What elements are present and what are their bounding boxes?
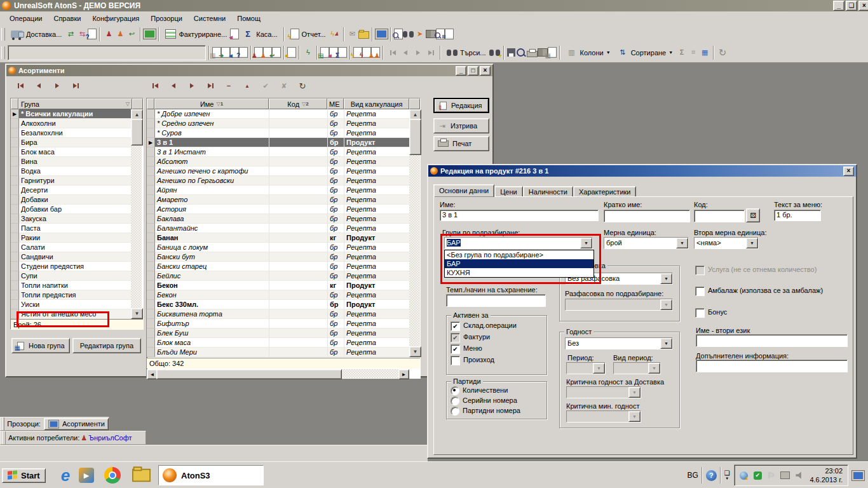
scroll-thumb[interactable]: [409, 119, 421, 155]
task-button-atons[interactable]: AtonS3: [158, 465, 264, 485]
edit-group-button[interactable]: Редактира група: [72, 338, 141, 353]
dropdown-option[interactable]: <Без група по подразбиране>: [445, 250, 593, 259]
search-add-icon[interactable]: +: [489, 47, 501, 58]
items-scrollbar[interactable]: ▲ ▼: [409, 109, 420, 357]
window-maximize-button[interactable]: □: [468, 66, 478, 76]
items-cancel-button[interactable]: ✘: [278, 81, 290, 90]
active-user-link[interactable]: ЪнриълСофт: [88, 434, 132, 442]
groups-header[interactable]: Група ▽: [18, 98, 132, 109]
document-question-icon[interactable]: ?: [88, 29, 97, 39]
print-item-button[interactable]: Печат: [433, 136, 489, 151]
radio-row[interactable]: Серийни номера: [451, 396, 543, 405]
combo-arrow-icon[interactable]: ▼: [580, 238, 592, 248]
checkbox-unchecked-icon[interactable]: [695, 308, 705, 318]
item-row[interactable]: 3 в 1 ИнстантбрРецепта: [147, 147, 409, 157]
random-code-button[interactable]: ⚄: [746, 208, 760, 222]
window-minimize-button[interactable]: _: [456, 66, 466, 76]
item-row[interactable]: Агнешко по ГергьовскибрРецепта: [147, 176, 409, 186]
scroll-down-button[interactable]: ▼: [409, 346, 421, 357]
filter-icon[interactable]: ▽: [126, 101, 130, 107]
volume-tray-icon[interactable]: [796, 471, 804, 479]
report-user-icon[interactable]: ϟ♟: [329, 29, 341, 39]
scroll-thumb[interactable]: [131, 119, 143, 146]
extra-info-input[interactable]: [696, 360, 848, 372]
doc-people-icon[interactable]: ♟♟: [371, 47, 380, 58]
group-row[interactable]: Ястия от агнешко месо: [11, 309, 131, 319]
item-row[interactable]: Блок масабрРецепта: [147, 338, 409, 348]
second-language-input[interactable]: [696, 334, 848, 347]
window-arrange-icon[interactable]: ❏▼: [724, 470, 730, 480]
groups-nav-prev-button[interactable]: [32, 81, 45, 90]
item-row[interactable]: АсториябрРецепта: [147, 205, 409, 214]
item-row[interactable]: АмаретобрРецепта: [147, 195, 409, 205]
sorting-button[interactable]: ⇅Сортиране▼: [614, 45, 677, 60]
group-row[interactable]: Закуска: [11, 214, 131, 224]
toolbar-grip[interactable]: [1, 28, 5, 41]
bonus-flag-row[interactable]: Бонус: [695, 308, 835, 318]
item-row[interactable]: БифитърбрРецепта: [147, 319, 409, 329]
item-row[interactable]: * Добре изпеченбрРецепта: [147, 109, 409, 119]
checkbox-row[interactable]: ✔Фактури: [451, 333, 543, 342]
export-grid-icon[interactable]: ▦: [548, 47, 557, 58]
clock[interactable]: 23:02 4.6.2013 г.: [810, 466, 843, 485]
doc-idea-icon[interactable]: ●: [287, 47, 296, 58]
search-button[interactable]: Търси...: [444, 47, 489, 58]
group-row[interactable]: Добавки: [11, 195, 131, 205]
groups-nav-first-button[interactable]: [14, 81, 27, 90]
report-button[interactable]: ϟОтчет...: [287, 27, 329, 41]
group-row[interactable]: Топли предястия: [11, 290, 131, 300]
window-find-icon[interactable]: ⌗: [445, 29, 454, 39]
groups-scrollbar[interactable]: ▲ ▼: [131, 109, 142, 319]
edit-item-button[interactable]: ✎ Редакция: [433, 98, 489, 113]
network-tray-icon[interactable]: [780, 471, 790, 479]
client-orange-icon[interactable]: ♟: [114, 29, 126, 39]
folder-icon[interactable]: [132, 469, 151, 482]
validity-combobox[interactable]: Без ▼: [565, 337, 673, 349]
filter-icon[interactable]: ▽2: [302, 101, 309, 107]
menu-item-Системни[interactable]: Системни: [188, 13, 231, 24]
item-row[interactable]: Блъди МерибрРецепта: [147, 348, 409, 357]
items-nav-last-button[interactable]: [204, 81, 217, 90]
scroll-right-button[interactable]: ►: [398, 369, 409, 379]
menu-item-Операции[interactable]: Операции: [4, 13, 48, 24]
filter-icon[interactable]: ▽1: [216, 101, 223, 107]
statusbar-grip[interactable]: [2, 431, 6, 444]
short-name-input[interactable]: [604, 210, 690, 222]
items-header-name[interactable]: Име ▽1: [154, 98, 269, 109]
monitor-icon[interactable]: [376, 29, 388, 39]
cash-button[interactable]: ΣКаса...: [239, 27, 280, 41]
items-header-me[interactable]: МЕ: [327, 98, 344, 109]
packing-flag-row[interactable]: Амбалаж (използва се за амбалаж): [695, 287, 835, 296]
menu-item-Прозорци[interactable]: Прозорци: [145, 13, 188, 24]
sum-icon[interactable]: Σ: [676, 47, 688, 58]
default-group-combobox[interactable]: БАР ▼: [444, 237, 593, 249]
menu-text-input[interactable]: 1 бр.: [774, 210, 821, 221]
folder-open-icon[interactable]: [358, 31, 369, 39]
checkbox-row[interactable]: ✔Меню: [451, 344, 543, 354]
checkbox-unchecked-icon[interactable]: [451, 356, 460, 365]
item-row[interactable]: Бекс 330мл.брПродукт: [147, 300, 409, 309]
groups-nav-next-button[interactable]: [51, 81, 64, 90]
item-row[interactable]: БеконбрРецепта: [147, 290, 409, 300]
scroll-thumb[interactable]: [156, 369, 342, 379]
items-header-kind[interactable]: Вид калкулация: [344, 98, 409, 109]
storage-input[interactable]: [446, 294, 546, 307]
group-row[interactable]: ▶* Всички калкулации: [11, 109, 131, 119]
client-red-icon[interactable]: ♟: [103, 29, 114, 39]
start-button[interactable]: Start: [2, 468, 46, 483]
document-find-icon[interactable]: [394, 29, 403, 39]
radio-icon[interactable]: [451, 407, 459, 416]
grid-blue-icon[interactable]: ▦: [699, 47, 710, 58]
window-close-button[interactable]: ×: [480, 66, 491, 76]
group-row[interactable]: Салати: [11, 243, 131, 252]
flag-tray-icon[interactable]: ⚐: [768, 471, 775, 480]
item-row[interactable]: АбсолютбрРецепта: [147, 157, 409, 166]
items-hscrollbar[interactable]: ◄ ►: [147, 369, 409, 378]
combo-arrow-icon[interactable]: ▼: [660, 338, 672, 349]
menu-item-Справки[interactable]: Справки: [48, 13, 86, 24]
dialog-close-button[interactable]: ×: [843, 166, 854, 176]
scroll-down-button[interactable]: ▼: [131, 308, 143, 319]
group-row[interactable]: Супи: [11, 271, 131, 281]
tab-stock[interactable]: Наличности: [523, 186, 573, 197]
terminal-icon[interactable]: [144, 29, 156, 39]
